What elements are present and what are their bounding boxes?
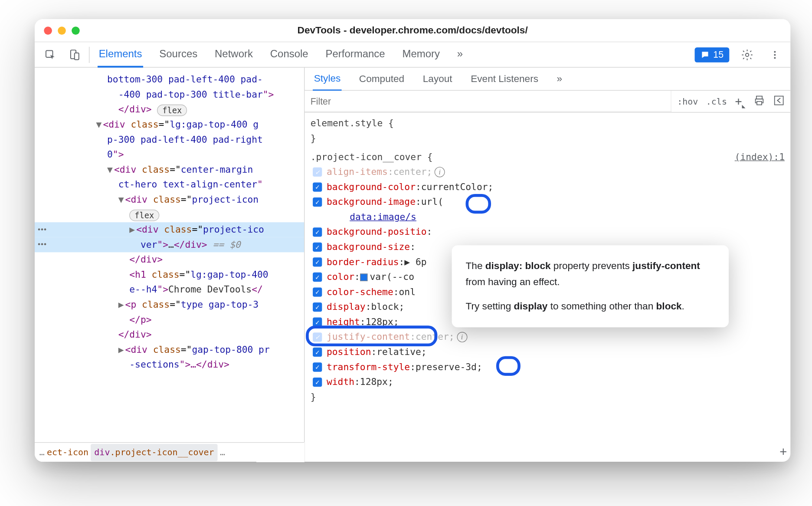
- css-rules-body[interactable]: element.style { } .project-icon__cover {…: [304, 112, 790, 462]
- css-property-row[interactable]: background-positio:: [311, 224, 785, 240]
- stab-computed[interactable]: Computed: [358, 68, 406, 90]
- close-window-button[interactable]: [44, 26, 52, 35]
- dom-line[interactable]: ▶<div class="project-ico: [35, 222, 304, 237]
- stab-layout[interactable]: Layout: [422, 68, 453, 90]
- property-checkbox[interactable]: [313, 257, 322, 266]
- property-checkbox[interactable]: [313, 287, 322, 296]
- hov-toggle[interactable]: :hov: [677, 96, 698, 107]
- zoom-window-button[interactable]: [72, 26, 80, 35]
- traffic-lights: [44, 26, 79, 35]
- tab-elements[interactable]: Elements: [98, 42, 143, 68]
- toolbar-separator: [89, 46, 89, 62]
- property-checkbox[interactable]: [313, 243, 322, 252]
- breadcrumb-item[interactable]: ect-icon: [47, 445, 88, 460]
- dom-line[interactable]: -sections">…</div>: [35, 357, 304, 372]
- message-count: 15: [713, 49, 724, 60]
- breadcrumb-ellipsis-right[interactable]: …: [220, 445, 225, 460]
- dom-line[interactable]: <h1 class="lg:gap-top-400: [35, 267, 304, 283]
- dom-line[interactable]: ▶<div class="gap-top-800 pr: [35, 342, 304, 358]
- property-checkbox[interactable]: [313, 362, 322, 371]
- dom-line[interactable]: ▼<div class="center-margin: [35, 162, 304, 177]
- tab-network[interactable]: Network: [213, 42, 254, 67]
- property-checkbox[interactable]: [313, 168, 322, 177]
- tab-performance[interactable]: Performance: [324, 42, 386, 67]
- svg-point-4: [774, 51, 776, 53]
- svg-rect-2: [75, 53, 79, 59]
- property-checkbox[interactable]: [313, 318, 322, 327]
- add-rule-corner-icon[interactable]: +: [779, 444, 787, 460]
- css-property-row[interactable]: justify-content: center;i: [311, 330, 785, 345]
- dom-line[interactable]: ▶<p class="type gap-top-3: [35, 297, 304, 312]
- property-checkbox[interactable]: [313, 197, 322, 207]
- property-checkbox[interactable]: [313, 332, 322, 342]
- css-property-row[interactable]: position: relative;: [311, 345, 785, 360]
- rule-selector[interactable]: .project-icon__cover {: [311, 150, 433, 165]
- property-checkbox[interactable]: [313, 182, 322, 191]
- property-checkbox[interactable]: [313, 227, 322, 237]
- filter-row: :hov .cls +◣: [304, 91, 790, 113]
- css-rule-header: .project-icon__cover { (index):1: [311, 150, 785, 165]
- dom-line[interactable]: 0">: [35, 147, 304, 162]
- cls-toggle[interactable]: .cls: [706, 96, 727, 107]
- inspect-element-icon[interactable]: [40, 45, 60, 64]
- window-titlebar: DevTools - developer.chrome.com/docs/dev…: [35, 19, 790, 42]
- breadcrumb-item-active[interactable]: div.project-icon__cover: [91, 444, 217, 461]
- breadcrumb-bar[interactable]: … ect-icon div.project-icon__cover …: [35, 442, 304, 462]
- dom-line[interactable]: p-300 pad-left-400 pad-right: [35, 132, 304, 148]
- info-icon[interactable]: i: [457, 332, 467, 342]
- dom-line[interactable]: ct-hero text-align-center": [35, 177, 304, 192]
- dom-line[interactable]: </div>: [35, 327, 304, 342]
- minimize-window-button[interactable]: [58, 26, 66, 35]
- dom-line[interactable]: ▼<div class="lg:gap-top-400 g: [35, 117, 304, 132]
- tab-sources[interactable]: Sources: [158, 42, 199, 67]
- console-messages-badge[interactable]: 15: [695, 47, 730, 62]
- styles-filter-input[interactable]: [304, 91, 671, 112]
- settings-gear-icon[interactable]: [737, 45, 757, 64]
- dom-line[interactable]: </p>: [35, 312, 304, 328]
- css-property-row[interactable]: background-color: currentColor;: [311, 180, 785, 195]
- device-toggle-icon[interactable]: [65, 45, 84, 64]
- chat-icon: [701, 50, 710, 59]
- breadcrumb-ellipsis-left[interactable]: …: [39, 445, 45, 460]
- more-menu-icon[interactable]: [765, 45, 785, 64]
- property-checkbox[interactable]: [313, 273, 322, 282]
- styles-panel: Styles Computed Layout Event Listeners »…: [304, 68, 790, 462]
- dom-line[interactable]: ver">…</div> == $0: [35, 237, 304, 253]
- dom-tree-panel: bottom-300 pad-left-400 pad- -400 pad-to…: [35, 68, 304, 462]
- dom-line[interactable]: flex: [35, 207, 304, 223]
- inactive-property-tooltip: The display: block property prevents jus…: [452, 245, 729, 327]
- property-checkbox[interactable]: [313, 378, 322, 387]
- new-style-rule-icon[interactable]: +◣: [735, 94, 746, 109]
- tab-memory[interactable]: Memory: [401, 42, 441, 67]
- dom-line[interactable]: ▼<div class="project-icon: [35, 192, 304, 207]
- computed-toggle-icon[interactable]: [773, 95, 785, 108]
- css-property-row[interactable]: data:image/s: [311, 210, 785, 225]
- dom-tree[interactable]: bottom-300 pad-left-400 pad- -400 pad-to…: [35, 68, 304, 372]
- dom-line[interactable]: bottom-300 pad-left-400 pad-: [35, 72, 304, 87]
- stab-styles[interactable]: Styles: [313, 67, 342, 91]
- rule-close-brace: }: [311, 390, 785, 405]
- devtools-window: DevTools - developer.chrome.com/docs/dev…: [35, 19, 790, 462]
- css-property-row[interactable]: transform-style: preserve-3d;: [311, 360, 785, 375]
- close-brace: }: [311, 131, 785, 146]
- dom-line[interactable]: </div>: [35, 252, 304, 267]
- element-style-rule[interactable]: element.style {: [311, 116, 785, 131]
- rule-source-link[interactable]: (index):1: [735, 150, 785, 165]
- property-checkbox[interactable]: [313, 302, 322, 312]
- stab-event-listeners[interactable]: Event Listeners: [470, 68, 540, 90]
- tab-console[interactable]: Console: [269, 42, 309, 67]
- svg-point-6: [774, 57, 776, 59]
- more-tabs-icon[interactable]: »: [456, 42, 464, 67]
- css-property-row[interactable]: align-items: center;i: [311, 164, 785, 180]
- print-media-icon[interactable]: [753, 95, 765, 108]
- css-property-row[interactable]: background-image: url(: [311, 194, 785, 210]
- info-icon[interactable]: i: [435, 167, 445, 177]
- dom-line[interactable]: e--h4">Chrome DevTools</: [35, 282, 304, 297]
- css-property-row[interactable]: width: 128px;: [311, 375, 785, 390]
- property-checkbox[interactable]: [313, 348, 322, 357]
- more-stabs-icon[interactable]: »: [556, 68, 563, 90]
- dom-line[interactable]: </div> flex: [35, 102, 304, 118]
- panel-tabs: Elements Sources Network Console Perform…: [94, 42, 690, 67]
- window-title: DevTools - developer.chrome.com/docs/dev…: [35, 25, 790, 36]
- dom-line[interactable]: -400 pad-top-300 title-bar">: [35, 87, 304, 102]
